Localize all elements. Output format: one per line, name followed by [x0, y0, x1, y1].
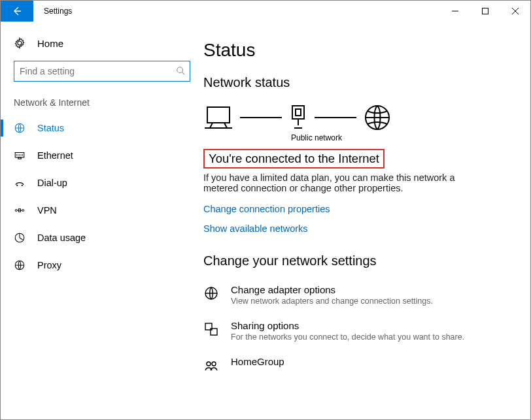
sidebar-item-label: Ethernet [37, 150, 73, 161]
option-homegroup[interactable]: HomeGroup [203, 352, 515, 383]
vpn-icon [14, 204, 27, 216]
globe-icon [14, 122, 27, 134]
window-title: Settings [33, 1, 440, 22]
sidebar-item-ethernet[interactable]: Ethernet [1, 142, 203, 169]
svg-rect-13 [292, 106, 304, 119]
window-controls [440, 1, 530, 22]
connected-message: You're connected to the Internet [203, 149, 385, 169]
svg-rect-4 [18, 157, 22, 159]
public-network-label: Public network [291, 133, 515, 142]
option-label: HomeGroup [231, 356, 284, 367]
connector-line [240, 117, 282, 118]
sidebar-item-label: Dial-up [37, 178, 67, 188]
option-sharing[interactable]: Sharing options For the networks you con… [203, 316, 515, 352]
svg-point-8 [22, 210, 24, 212]
main-panel: Status Network status Public network You… [203, 22, 530, 419]
proxy-icon [14, 259, 27, 271]
homegroup-icon [203, 357, 222, 373]
option-change-adapter[interactable]: Change adapter options View network adap… [203, 280, 515, 316]
gear-icon [14, 37, 27, 49]
sidebar-item-label: Status [37, 123, 64, 133]
ethernet-icon [14, 150, 27, 161]
internet-globe-icon [363, 103, 392, 132]
search-input[interactable] [14, 61, 190, 82]
minimize-button[interactable] [440, 1, 470, 22]
network-status-title: Network status [203, 75, 515, 90]
sidebar: Home Network & Internet Status Ethernet [1, 22, 203, 419]
option-sub: For the networks you connect to, decide … [231, 332, 464, 342]
router-icon [288, 105, 308, 131]
sidebar-item-status[interactable]: Status [1, 114, 203, 142]
titlebar: Settings [1, 1, 530, 22]
datausage-icon [14, 232, 27, 244]
section-label: Network & Internet [1, 93, 203, 114]
sidebar-item-label: Proxy [37, 260, 61, 270]
svg-rect-0 [483, 8, 488, 14]
sidebar-item-label: Data usage [37, 233, 86, 243]
search-wrap [14, 61, 190, 82]
network-diagram [203, 103, 515, 132]
change-settings-title: Change your network settings [203, 253, 515, 268]
sharing-icon [203, 321, 222, 337]
home-button[interactable]: Home [1, 31, 203, 56]
svg-point-6 [22, 185, 23, 186]
svg-point-7 [15, 210, 17, 212]
computer-icon [203, 105, 233, 131]
link-change-properties[interactable]: Change connection properties [203, 204, 515, 214]
svg-point-20 [212, 362, 216, 366]
sidebar-item-datausage[interactable]: Data usage [1, 224, 203, 251]
page-title: Status [203, 40, 515, 61]
maximize-icon [482, 8, 488, 14]
sidebar-item-dialup[interactable]: Dial-up [1, 169, 203, 197]
close-icon [512, 8, 519, 14]
sidebar-item-label: VPN [37, 205, 57, 216]
connected-description: If you have a limited data plan, you can… [203, 172, 478, 193]
svg-rect-14 [296, 109, 301, 116]
connector-line [315, 117, 356, 118]
svg-point-5 [16, 185, 18, 186]
minimize-icon [452, 8, 458, 14]
option-sub: View network adapters and change connect… [231, 297, 433, 306]
back-arrow-icon [12, 6, 22, 16]
maximize-button[interactable] [470, 1, 500, 22]
adapter-icon [203, 285, 222, 301]
option-label: Sharing options [231, 320, 464, 331]
sidebar-item-proxy[interactable]: Proxy [1, 251, 203, 279]
svg-point-19 [207, 362, 211, 366]
home-label: Home [37, 38, 63, 49]
dialup-icon [14, 177, 27, 189]
close-button[interactable] [500, 1, 530, 22]
link-show-networks[interactable]: Show available networks [203, 223, 515, 234]
back-button[interactable] [1, 1, 33, 22]
sidebar-item-vpn[interactable]: VPN [1, 197, 203, 224]
svg-rect-12 [207, 107, 230, 123]
option-label: Change adapter options [231, 284, 433, 295]
